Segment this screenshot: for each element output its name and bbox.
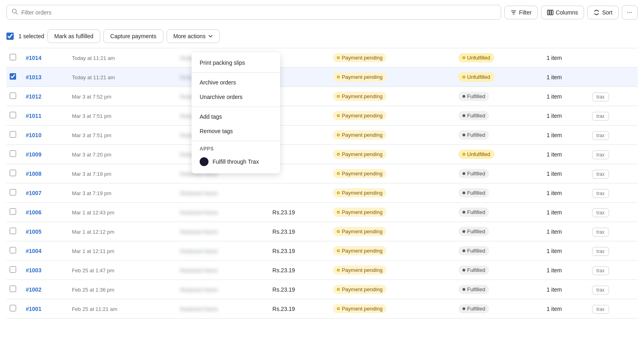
table-row: #1003 Feb 25 at 1:47 pm Redacted Name Rs… bbox=[6, 261, 638, 280]
payment-status-cell: Payment pending bbox=[330, 280, 455, 299]
order-amount: Rs.23.19 bbox=[272, 209, 295, 216]
row-checkbox-cell[interactable] bbox=[6, 68, 23, 87]
order-id: #1007 bbox=[26, 190, 41, 196]
row-checkbox[interactable] bbox=[10, 286, 16, 292]
dropdown-remove-tags[interactable]: Remove tags bbox=[192, 124, 280, 138]
payment-status-cell: Payment pending bbox=[330, 261, 455, 280]
items-count: 1 item bbox=[547, 286, 562, 293]
row-checkbox[interactable] bbox=[10, 247, 16, 253]
tag-cell: trax bbox=[589, 222, 638, 241]
order-id-cell[interactable]: #1011 bbox=[23, 106, 69, 125]
order-id-cell[interactable]: #1004 bbox=[23, 241, 69, 261]
capture-payments-button[interactable]: Capture payments bbox=[103, 29, 163, 43]
tag-pill: trax bbox=[592, 266, 609, 275]
fulfillment-badge: Unfulfilled bbox=[458, 53, 494, 62]
customer-cell: Redacted Name bbox=[177, 222, 269, 241]
order-id-cell[interactable]: #1005 bbox=[23, 222, 69, 241]
row-checkbox-cell[interactable] bbox=[6, 261, 23, 280]
row-checkbox[interactable] bbox=[10, 170, 16, 176]
order-date: Mar 3 at 7:52 pm bbox=[72, 94, 111, 100]
row-checkbox[interactable] bbox=[10, 131, 16, 138]
row-checkbox-cell[interactable] bbox=[6, 87, 23, 106]
order-id-cell[interactable]: #1010 bbox=[23, 125, 69, 145]
order-id-cell[interactable]: #1003 bbox=[23, 261, 69, 280]
dropdown-add-tags[interactable]: Add tags bbox=[192, 109, 280, 124]
row-checkbox-cell[interactable] bbox=[6, 125, 23, 145]
payment-badge: Payment pending bbox=[333, 265, 386, 275]
order-id-cell[interactable]: #1009 bbox=[23, 145, 69, 164]
fulfillment-status-cell: Fulfilled bbox=[455, 87, 543, 106]
order-date: Mar 3 at 7:19 pm bbox=[72, 190, 111, 196]
row-checkbox-cell[interactable] bbox=[6, 145, 23, 164]
order-id-cell[interactable]: #1006 bbox=[23, 203, 69, 222]
row-checkbox-cell[interactable] bbox=[6, 280, 23, 299]
more-button[interactable]: ··· bbox=[622, 5, 638, 20]
order-id: #1004 bbox=[26, 248, 41, 254]
fulfillment-badge: Fulfilled bbox=[458, 304, 489, 313]
order-id-cell[interactable]: #1007 bbox=[23, 183, 69, 203]
order-id-cell[interactable]: #1002 bbox=[23, 280, 69, 299]
order-date: Mar 3 at 7:19 pm bbox=[72, 171, 111, 177]
fulfillment-status-cell: Fulfilled bbox=[455, 241, 543, 261]
row-checkbox-cell[interactable] bbox=[6, 164, 23, 183]
customer-name: Redacted Name bbox=[180, 287, 218, 293]
row-checkbox[interactable] bbox=[10, 228, 16, 234]
order-amount: Rs.23.19 bbox=[272, 248, 295, 254]
payment-status-cell: Payment pending bbox=[330, 222, 455, 241]
order-id-cell[interactable]: #1001 bbox=[23, 299, 69, 319]
search-icon bbox=[12, 8, 18, 16]
payment-status-cell: Payment pending bbox=[330, 125, 455, 145]
items-count: 1 item bbox=[547, 209, 562, 216]
row-checkbox[interactable] bbox=[10, 266, 16, 273]
customer-name: Redacted Name bbox=[180, 306, 218, 312]
amount-cell: Rs.23.19 bbox=[269, 241, 330, 261]
more-actions-button[interactable]: More actions bbox=[167, 29, 220, 43]
row-checkbox-cell[interactable] bbox=[6, 222, 23, 241]
order-id-cell[interactable]: #1013 bbox=[23, 68, 69, 87]
row-checkbox[interactable] bbox=[10, 305, 16, 311]
amount-cell: Rs.23.19 bbox=[269, 261, 330, 280]
fulfillment-dot bbox=[462, 153, 465, 156]
row-checkbox[interactable] bbox=[10, 54, 16, 60]
items-cell: 1 item bbox=[543, 222, 589, 241]
sort-icon bbox=[593, 9, 600, 16]
columns-button[interactable]: Columns bbox=[541, 6, 584, 19]
dropdown-fulfill-trax[interactable]: Fulfill through Trax bbox=[192, 153, 280, 170]
items-cell: 1 item bbox=[543, 68, 589, 87]
filter-button[interactable]: Filter bbox=[504, 6, 538, 19]
row-checkbox[interactable] bbox=[10, 112, 16, 118]
payment-dot bbox=[337, 307, 340, 310]
row-checkbox[interactable] bbox=[10, 73, 16, 80]
row-checkbox-cell[interactable] bbox=[6, 203, 23, 222]
row-checkbox-cell[interactable] bbox=[6, 299, 23, 319]
mark-fulfilled-button[interactable]: Mark as fulfilled bbox=[47, 29, 100, 43]
order-id-cell[interactable]: #1008 bbox=[23, 164, 69, 183]
row-checkbox[interactable] bbox=[10, 93, 16, 99]
row-checkbox-cell[interactable] bbox=[6, 241, 23, 261]
row-checkbox[interactable] bbox=[10, 189, 16, 195]
row-checkbox[interactable] bbox=[10, 150, 16, 157]
trax-icon bbox=[200, 157, 208, 166]
dropdown-divider-1 bbox=[192, 72, 280, 73]
search-input[interactable] bbox=[21, 9, 496, 16]
row-checkbox[interactable] bbox=[10, 208, 16, 215]
select-all-checkbox[interactable] bbox=[6, 33, 14, 40]
fulfillment-badge: Fulfilled bbox=[458, 169, 489, 178]
fulfillment-dot bbox=[462, 211, 465, 214]
row-checkbox-cell[interactable] bbox=[6, 106, 23, 125]
dropdown-divider-2 bbox=[192, 107, 280, 107]
order-id-cell[interactable]: #1012 bbox=[23, 87, 69, 106]
search-box bbox=[6, 5, 501, 20]
dropdown-archive-orders[interactable]: Archive orders bbox=[192, 75, 280, 90]
fulfillment-dot bbox=[462, 95, 465, 98]
row-checkbox-cell[interactable] bbox=[6, 48, 23, 68]
items-count: 1 item bbox=[547, 132, 562, 138]
dropdown-unarchive-orders[interactable]: Unarchive orders bbox=[192, 90, 280, 104]
row-checkbox-cell[interactable] bbox=[6, 183, 23, 203]
dropdown-print-packing-slips[interactable]: Print packing slips bbox=[192, 56, 280, 70]
amount-cell: Rs.23.19 bbox=[269, 222, 330, 241]
sort-button[interactable]: Sort bbox=[587, 6, 619, 19]
filter-icon bbox=[510, 9, 517, 16]
order-id-cell[interactable]: #1014 bbox=[23, 48, 69, 68]
amount-cell: Rs.23.19 bbox=[269, 299, 330, 319]
